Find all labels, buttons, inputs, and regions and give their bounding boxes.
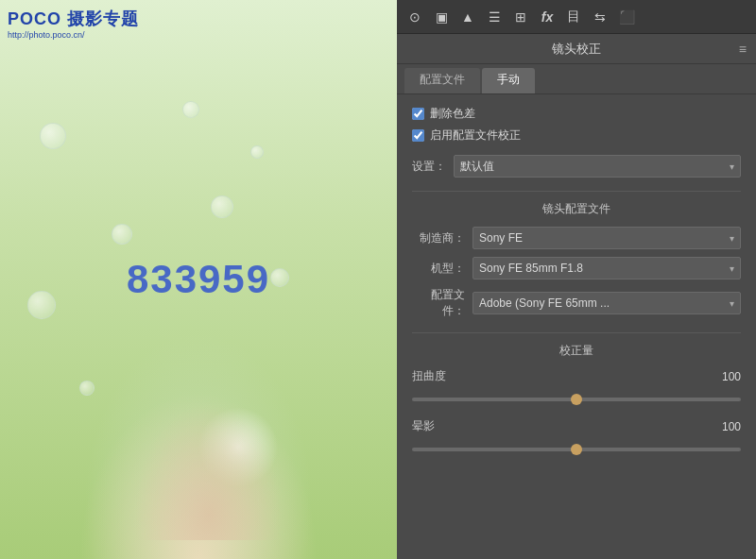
maker-dropdown[interactable]: Sony FE ▾ — [472, 227, 741, 249]
toolbar-icon-bars[interactable]: ⊞ — [510, 7, 531, 27]
toolbar-icon-triangle[interactable]: ▲ — [457, 7, 478, 27]
maker-label: 制造商： — [412, 230, 465, 246]
model-arrow-icon: ▾ — [730, 263, 734, 274]
vignette-section: 晕影 100 — [412, 418, 741, 455]
checkbox-row-ca: 删除色差 — [412, 106, 741, 122]
bubble — [250, 145, 264, 159]
toolbar-icon-arrows[interactable]: ⇆ — [590, 7, 610, 27]
content-area: 删除色差 启用配置文件校正 设置： 默认值 ▾ 镜头配置文件 制造商： Sony… — [397, 94, 756, 559]
settings-row: 设置： 默认值 ▾ — [412, 155, 741, 178]
vignette-label: 晕影 — [412, 418, 435, 434]
settings-arrow-icon: ▾ — [730, 161, 734, 172]
watermark: 833959 — [127, 257, 270, 302]
lens-profile-section-header: 镜头配置文件 — [412, 191, 741, 217]
toolbar: ⊙ ▣ ▲ ☰ ⊞ fx 目 ⇆ ⬛ — [397, 0, 756, 34]
toolbar-icon-circle[interactable]: ⊙ — [404, 7, 425, 27]
profile-file-label: 配置文件： — [412, 287, 465, 319]
bubble — [182, 101, 199, 118]
checkbox-remove-ca[interactable] — [412, 108, 424, 120]
distortion-label: 扭曲度 — [412, 368, 446, 384]
model-dropdown[interactable]: Sony FE 85mm F1.8 ▾ — [472, 257, 741, 280]
toolbar-icon-fx[interactable]: fx — [537, 7, 558, 27]
bubble — [112, 224, 132, 245]
right-panel: ⊙ ▣ ▲ ☰ ⊞ fx 目 ⇆ ⬛ 镜头校正 ≡ 配置文件 手动 删除色差 启… — [397, 0, 756, 559]
correction-section-header: 校正量 — [412, 332, 741, 359]
toolbar-icon-lines[interactable]: ☰ — [484, 7, 505, 27]
checkbox-enable-profile-label: 启用配置文件校正 — [430, 127, 521, 144]
maker-arrow-icon: ▾ — [730, 233, 734, 244]
poco-logo: POCO 摄影专题 http://photo.poco.cn/ — [8, 8, 139, 40]
toolbar-icon-square[interactable]: ⬛ — [616, 7, 637, 27]
distortion-top-row: 扭曲度 100 — [412, 368, 741, 384]
photo-panel: POCO 摄影专题 http://photo.poco.cn/ 833959 — [0, 0, 397, 559]
profile-file-dropdown[interactable]: Adobe (Sony FE 65mm ... ▾ — [472, 292, 741, 314]
model-label: 机型： — [412, 261, 465, 277]
panel-header: 镜头校正 ≡ — [397, 34, 756, 64]
tabs-container: 配置文件 手动 — [397, 64, 756, 94]
tab-manual[interactable]: 手动 — [482, 68, 535, 93]
toolbar-icon-grid[interactable]: ▣ — [431, 7, 452, 27]
distortion-value: 100 — [713, 370, 741, 383]
profile-file-row: 配置文件： Adobe (Sony FE 65mm ... ▾ — [412, 287, 741, 319]
bubble — [211, 195, 233, 218]
vignette-value: 100 — [713, 420, 741, 433]
toolbar-icon-target[interactable]: 目 — [563, 7, 584, 27]
vignette-slider[interactable] — [412, 448, 741, 451]
checkbox-remove-ca-label: 删除色差 — [430, 106, 475, 122]
model-value: Sony FE 85mm F1.8 — [479, 262, 583, 275]
tab-profile[interactable]: 配置文件 — [404, 68, 480, 93]
settings-value: 默认值 — [460, 159, 494, 175]
profile-file-value: Adobe (Sony FE 65mm ... — [479, 296, 610, 310]
vignette-top-row: 晕影 100 — [412, 418, 741, 434]
profile-file-arrow-icon: ▾ — [730, 298, 734, 309]
panel-title: 镜头校正 — [552, 41, 601, 58]
hand-detail — [99, 289, 318, 540]
settings-label: 设置： — [412, 159, 446, 175]
panel-menu-icon[interactable]: ≡ — [739, 42, 747, 57]
distortion-section: 扭曲度 100 — [412, 368, 741, 405]
maker-value: Sony FE — [479, 231, 523, 245]
checkbox-enable-profile[interactable] — [412, 129, 424, 142]
settings-dropdown[interactable]: 默认值 ▾ — [454, 155, 741, 178]
model-row: 机型： Sony FE 85mm F1.8 ▾ — [412, 257, 741, 280]
logo-url: http://photo.poco.cn/ — [8, 30, 139, 40]
checkbox-row-profile: 启用配置文件校正 — [412, 127, 741, 144]
maker-row: 制造商： Sony FE ▾ — [412, 227, 741, 249]
distortion-slider[interactable] — [412, 398, 741, 401]
logo-text: POCO 摄影专题 — [8, 8, 139, 30]
